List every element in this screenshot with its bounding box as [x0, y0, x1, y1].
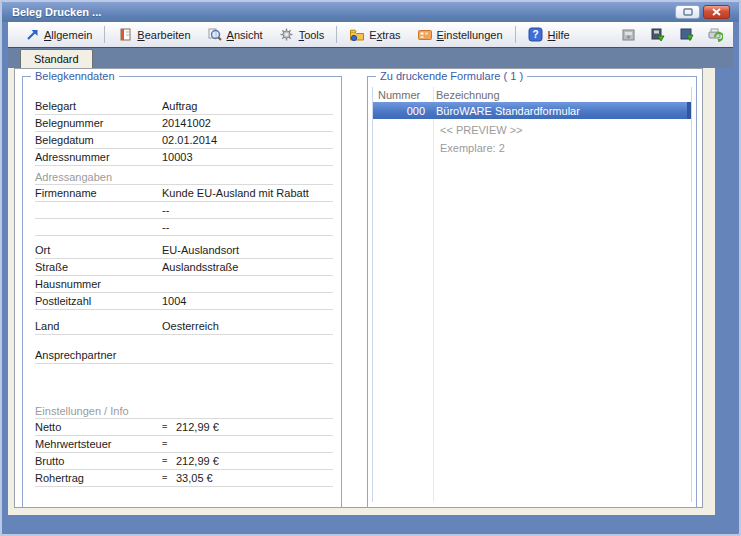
restore-button[interactable]: [675, 5, 700, 19]
column-divider: [433, 87, 434, 502]
field-row: Brutto=212,99 €: [35, 453, 333, 470]
groupbox-formulare: Zu druckende Formulare ( 1 ) Nummer Beze…: [367, 76, 697, 508]
field-label: Ort: [35, 244, 162, 256]
equals-glyph: =: [162, 473, 173, 483]
field-value: Kunde EU-Ausland mit Rabatt: [162, 187, 309, 199]
field-label: Brutto: [35, 455, 162, 467]
close-button[interactable]: [703, 5, 730, 19]
field-label: Ansprechpartner: [35, 349, 162, 361]
field-value: --: [162, 204, 169, 216]
field-value: Auslandsstraße: [162, 261, 238, 273]
field-value: 1004: [162, 295, 186, 307]
menu-item-label: Hilfe: [548, 29, 570, 41]
print-refresh-icon[interactable]: [707, 27, 723, 42]
field-value: 212,99 €: [176, 455, 219, 467]
menu-item-hilfe[interactable]: ?Hilfe: [520, 25, 578, 44]
field-row: Ansprechpartner: [35, 347, 333, 364]
field-label: Mehrwertsteuer: [35, 438, 162, 450]
import-document-icon[interactable]: [678, 27, 694, 42]
title-bar[interactable]: Beleg Drucken ...: [2, 2, 739, 22]
groupbox-belegkenndaten-title: Belegkenndaten: [31, 69, 119, 83]
field-row: Postleitzahl1004: [35, 293, 333, 310]
window-title: Beleg Drucken ...: [12, 6, 101, 18]
archive-icon[interactable]: [620, 27, 636, 42]
field-value: Auftrag: [162, 100, 197, 112]
menu-item-bearbeiten[interactable]: Bearbeiten: [109, 25, 198, 44]
menu-bar: AllgemeinBearbeitenAnsichtToolsExtrasEin…: [16, 25, 578, 44]
diagonal-arrow-icon: [24, 27, 40, 42]
toolbar-right-icons: [620, 27, 723, 42]
equals-glyph: =: [162, 422, 173, 432]
equals-glyph: =: [162, 456, 173, 466]
menu-item-ansicht[interactable]: Ansicht: [199, 25, 271, 44]
field-label: Firmenname: [35, 187, 162, 199]
row-spacer: [23, 310, 341, 318]
tab-standard[interactable]: Standard: [20, 49, 93, 68]
field-value: EU-Auslandsort: [162, 244, 239, 256]
menu-item-label: Extras: [369, 29, 400, 41]
column-header-bezeichnung: Bezeichnung: [428, 89, 500, 101]
form-list-note: Exemplare: 2: [373, 139, 691, 157]
field-value: 212,99 €: [176, 421, 219, 433]
field-row: Belegnummer20141002: [35, 115, 333, 132]
field-row: --: [35, 219, 333, 236]
list-header: Nummer Bezeichnung: [373, 87, 691, 102]
field-row: Rohertrag=33,05 €: [35, 470, 333, 487]
column-header-nummer: Nummer: [373, 89, 428, 101]
field-row: OrtEU-Auslandsort: [35, 242, 333, 259]
menu-separator: [336, 26, 337, 43]
menu-item-einstellungen[interactable]: Einstellungen: [409, 25, 511, 44]
main-panel: Belegkenndaten BelegartAuftragBelegnumme…: [14, 68, 703, 508]
menu-item-tools[interactable]: Tools: [271, 25, 333, 44]
field-label: Adressnummer: [35, 151, 162, 163]
window-controls: [675, 5, 730, 19]
gear-icon: [279, 27, 295, 42]
field-value: 20141002: [162, 117, 211, 129]
list-rows: 000BüroWARE Standardformular<< PREVIEW >…: [373, 102, 691, 157]
menu-separator: [515, 26, 516, 43]
field-value: Oesterreich: [162, 320, 219, 332]
field-value: 10003: [162, 151, 193, 163]
menu-item-label: Einstellungen: [437, 29, 503, 41]
close-icon: [712, 8, 721, 16]
menu-toolbar: AllgemeinBearbeitenAnsichtToolsExtrasEin…: [8, 22, 733, 47]
restore-icon: [683, 8, 693, 16]
menu-item-extras[interactable]: Extras: [341, 25, 408, 44]
content-area: Belegkenndaten BelegartAuftragBelegnumme…: [8, 68, 715, 515]
field-row: Hausnummer: [35, 276, 333, 293]
form-number: 000: [373, 105, 429, 117]
field-label: Postleitzahl: [35, 295, 162, 307]
menu-item-label: Allgemein: [44, 29, 92, 41]
field-value: 33,05 €: [176, 472, 213, 484]
edit-notebook-icon: [117, 27, 133, 42]
field-list: BelegartAuftragBelegnummer20141002Belegd…: [23, 98, 341, 487]
field-value: --: [162, 221, 169, 233]
menu-separator: [104, 26, 105, 43]
form-list: Nummer Bezeichnung 000BüroWARE Standardf…: [372, 87, 692, 502]
field-label: Land: [35, 320, 162, 332]
field-row: Adressnummer10003: [35, 149, 333, 166]
form-list-row[interactable]: 000BüroWARE Standardformular: [373, 102, 691, 119]
equals-glyph: =: [162, 439, 173, 449]
field-label: Hausnummer: [35, 278, 162, 290]
field-label: Straße: [35, 261, 162, 273]
field-row: Mehrwertsteuer=: [35, 436, 333, 453]
field-label: Netto: [35, 421, 162, 433]
menu-item-allgemein[interactable]: Allgemein: [16, 25, 100, 44]
form-list-note: << PREVIEW >>: [373, 121, 691, 139]
form-name: BüroWARE Standardformular: [429, 105, 580, 117]
menu-item-label: Bearbeiten: [137, 29, 190, 41]
field-row: LandOesterreich: [35, 318, 333, 335]
row-spacer: [23, 364, 341, 404]
groupbox-belegkenndaten: Belegkenndaten BelegartAuftragBelegnumme…: [22, 76, 342, 508]
settings-panel-icon: [417, 27, 433, 42]
field-value: 02.01.2014: [162, 134, 217, 146]
section-label: Einstellungen / Info: [35, 404, 333, 419]
svg-text:?: ?: [533, 29, 539, 40]
tab-strip: Standard: [8, 47, 733, 68]
field-label: Rohertrag: [35, 472, 162, 484]
field-row: Netto=212,99 €: [35, 419, 333, 436]
folder-icon: [349, 27, 365, 42]
export-document-icon[interactable]: [649, 27, 665, 42]
field-row: FirmennameKunde EU-Ausland mit Rabatt: [35, 185, 333, 202]
